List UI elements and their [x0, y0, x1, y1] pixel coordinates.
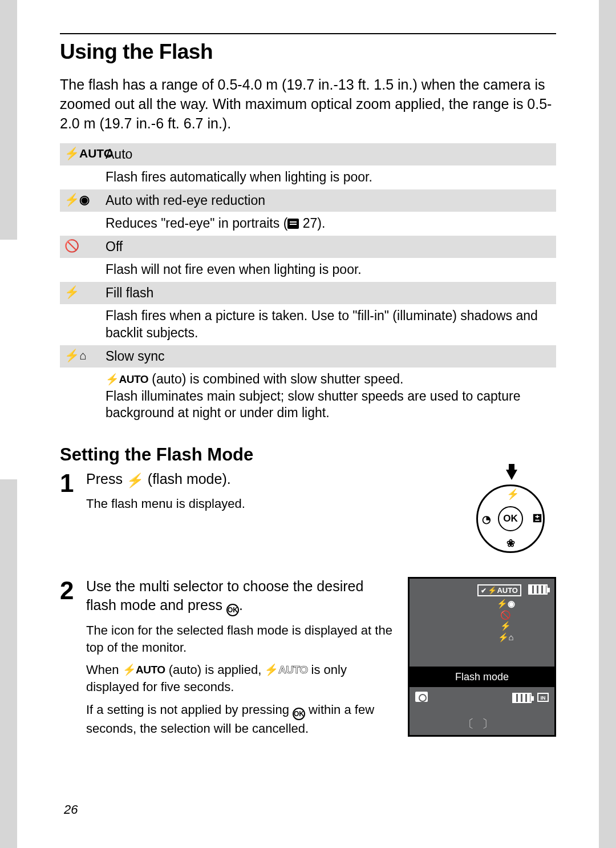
mode-desc: Reduces "red-eye" in portraits ( 27).	[106, 212, 556, 236]
focus-brackets-icon: 〔〕	[410, 716, 554, 732]
step-desc: If a setting is not applied by pressing …	[86, 701, 394, 737]
step-desc: When ⚡AUTO (auto) is applied, ⚡AUTO is o…	[86, 661, 394, 695]
exposure-icon	[532, 513, 542, 526]
table-row: ⚡ Fill flash	[60, 282, 556, 304]
mode-desc: Flash fires when a picture is taken. Use…	[106, 304, 556, 345]
table-row: Flash fires when a picture is taken. Use…	[60, 304, 556, 345]
svg-rect-2	[535, 516, 539, 518]
svg-rect-3	[535, 520, 539, 521]
internal-memory-icon: IN	[537, 693, 549, 702]
mode-name: Auto	[106, 143, 556, 165]
step-title: Use the multi selector to choose the des…	[86, 577, 394, 616]
table-row: ⚡◉ Auto with red-eye reduction	[60, 189, 556, 212]
step-2: 2 Use the multi selector to choose the d…	[60, 577, 556, 742]
mode-name: Auto with red-eye reduction	[106, 189, 556, 212]
flash-redeye-icon: ⚡◉	[60, 189, 106, 212]
step-title: Press ⚡ (flash mode).	[86, 470, 459, 489]
mode-name: Off	[106, 236, 556, 258]
page: Using the Flash The flash has a range of…	[17, 0, 599, 848]
mode-desc: Flash will not fire even when lighting i…	[106, 258, 556, 282]
macro-icon: ❀	[506, 537, 515, 550]
step-desc: The flash menu is displayed.	[86, 495, 459, 512]
intro-paragraph: The flash has a range of 0.5-4.0 m (19.7…	[60, 75, 556, 133]
page-ref-icon	[287, 219, 299, 229]
lcd-mode-label: Flash mode	[408, 668, 556, 685]
table-row: Reduces "red-eye" in portraits ( 27).	[60, 212, 556, 236]
lcd-screenshot: ✔⚡AUTO ⚡◉ 🚫 ⚡ ⚡⌂ Flash mode IN 〔〕	[408, 577, 556, 737]
arrow-down-icon	[506, 470, 517, 480]
table-row: Flash will not fire even when lighting i…	[60, 258, 556, 282]
subheading: Setting the Flash Mode	[60, 445, 556, 465]
flash-off-icon: 🚫	[60, 236, 106, 258]
list-item: ⚡◉	[497, 598, 514, 609]
step-desc: The icon for the selected flash mode is …	[86, 622, 394, 656]
page-number: 26	[64, 802, 78, 817]
list-item: ⚡⌂	[497, 632, 514, 643]
lcd-mode-list: ⚡◉ 🚫 ⚡ ⚡⌂	[497, 598, 514, 643]
step-number: 1	[60, 470, 86, 561]
top-rule	[60, 33, 556, 34]
table-row: ⚡AUTO (auto) is combined with slow shutt…	[60, 368, 556, 426]
mode-desc: Flash fires automatically when lighting …	[106, 165, 556, 189]
step-number: 2	[60, 577, 86, 742]
table-row: 🚫 Off	[60, 236, 556, 258]
battery-icon	[512, 693, 532, 703]
mode-name: Fill flash	[106, 282, 556, 304]
list-item: 🚫	[497, 609, 514, 621]
list-item: ⚡	[497, 620, 514, 632]
camera-icon	[415, 692, 428, 702]
flash-icon: ⚡	[506, 488, 519, 500]
flash-icon: ⚡	[125, 471, 145, 489]
battery-icon	[528, 584, 548, 595]
mode-desc: ⚡AUTO (auto) is combined with slow shutt…	[106, 368, 556, 426]
flash-mode-table: ⚡AUTO Auto Flash fires automatically whe…	[60, 143, 556, 425]
step-1: 1 Press ⚡ (flash mode). The flash menu i…	[60, 470, 556, 561]
flash-slowsync-icon: ⚡⌂	[60, 345, 106, 368]
flash-auto-icon: ⚡AUTO	[60, 143, 106, 165]
table-row: Flash fires automatically when lighting …	[60, 165, 556, 189]
section-title: Using the Flash	[60, 40, 556, 64]
mode-name: Slow sync	[106, 345, 556, 368]
flash-auto-inline-icon: ⚡AUTO	[123, 663, 165, 677]
lcd-selected-mode: ✔⚡AUTO	[477, 584, 521, 596]
flash-fill-icon: ⚡	[60, 282, 106, 304]
table-row: ⚡AUTO Auto	[60, 143, 556, 165]
ok-button-icon: OK	[226, 604, 239, 616]
flash-auto-outline-icon: ⚡AUTO	[265, 663, 307, 677]
ok-button-icon: OK	[293, 708, 305, 720]
flash-auto-inline-icon: ⚡AUTO	[106, 373, 148, 387]
multi-selector-diagram: OK ⚡ ❀ ◔	[465, 470, 556, 561]
timer-icon: ◔	[482, 513, 491, 526]
table-row: ⚡⌂ Slow sync	[60, 345, 556, 368]
